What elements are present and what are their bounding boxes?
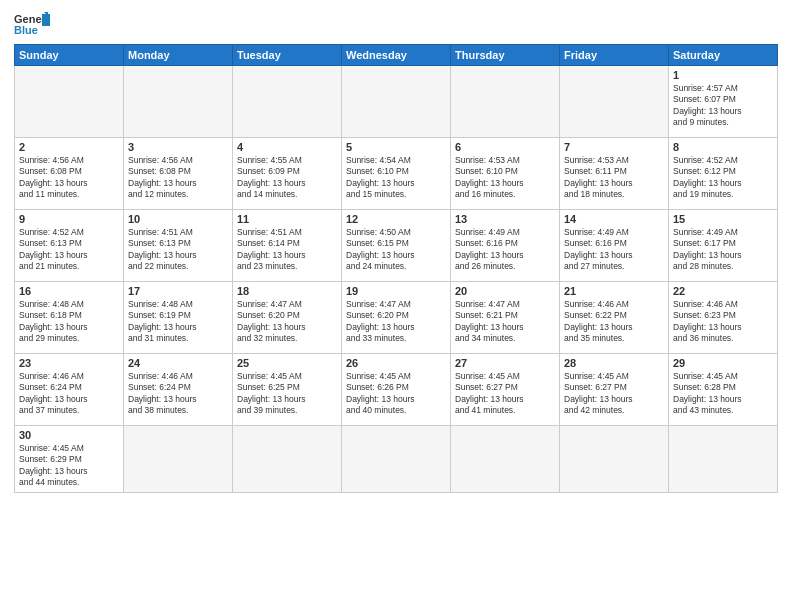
day-info: Sunrise: 4:54 AM Sunset: 6:10 PM Dayligh… bbox=[346, 155, 446, 201]
calendar-cell bbox=[560, 66, 669, 138]
calendar-cell bbox=[342, 426, 451, 493]
logo-icon: General Blue bbox=[14, 10, 50, 38]
calendar-cell bbox=[342, 66, 451, 138]
day-info: Sunrise: 4:49 AM Sunset: 6:16 PM Dayligh… bbox=[455, 227, 555, 273]
calendar-cell: 17Sunrise: 4:48 AM Sunset: 6:19 PM Dayli… bbox=[124, 282, 233, 354]
weekday-header-monday: Monday bbox=[124, 45, 233, 66]
calendar-cell: 7Sunrise: 4:53 AM Sunset: 6:11 PM Daylig… bbox=[560, 138, 669, 210]
weekday-header-saturday: Saturday bbox=[669, 45, 778, 66]
calendar-week-4: 16Sunrise: 4:48 AM Sunset: 6:18 PM Dayli… bbox=[15, 282, 778, 354]
calendar-cell: 23Sunrise: 4:46 AM Sunset: 6:24 PM Dayli… bbox=[15, 354, 124, 426]
day-info: Sunrise: 4:46 AM Sunset: 6:24 PM Dayligh… bbox=[19, 371, 119, 417]
day-info: Sunrise: 4:45 AM Sunset: 6:27 PM Dayligh… bbox=[455, 371, 555, 417]
calendar-cell: 29Sunrise: 4:45 AM Sunset: 6:28 PM Dayli… bbox=[669, 354, 778, 426]
calendar-cell bbox=[560, 426, 669, 493]
day-info: Sunrise: 4:47 AM Sunset: 6:20 PM Dayligh… bbox=[237, 299, 337, 345]
svg-text:Blue: Blue bbox=[14, 24, 38, 36]
calendar-cell: 24Sunrise: 4:46 AM Sunset: 6:24 PM Dayli… bbox=[124, 354, 233, 426]
calendar-cell: 30Sunrise: 4:45 AM Sunset: 6:29 PM Dayli… bbox=[15, 426, 124, 493]
day-info: Sunrise: 4:45 AM Sunset: 6:28 PM Dayligh… bbox=[673, 371, 773, 417]
calendar-cell: 11Sunrise: 4:51 AM Sunset: 6:14 PM Dayli… bbox=[233, 210, 342, 282]
day-number: 24 bbox=[128, 357, 228, 369]
day-number: 14 bbox=[564, 213, 664, 225]
calendar-cell bbox=[15, 66, 124, 138]
day-number: 22 bbox=[673, 285, 773, 297]
day-number: 11 bbox=[237, 213, 337, 225]
day-info: Sunrise: 4:46 AM Sunset: 6:23 PM Dayligh… bbox=[673, 299, 773, 345]
calendar-cell: 21Sunrise: 4:46 AM Sunset: 6:22 PM Dayli… bbox=[560, 282, 669, 354]
calendar-cell: 18Sunrise: 4:47 AM Sunset: 6:20 PM Dayli… bbox=[233, 282, 342, 354]
calendar-cell bbox=[124, 426, 233, 493]
calendar-cell: 14Sunrise: 4:49 AM Sunset: 6:16 PM Dayli… bbox=[560, 210, 669, 282]
day-number: 28 bbox=[564, 357, 664, 369]
calendar-cell: 12Sunrise: 4:50 AM Sunset: 6:15 PM Dayli… bbox=[342, 210, 451, 282]
day-info: Sunrise: 4:52 AM Sunset: 6:13 PM Dayligh… bbox=[19, 227, 119, 273]
day-info: Sunrise: 4:48 AM Sunset: 6:18 PM Dayligh… bbox=[19, 299, 119, 345]
calendar-cell: 5Sunrise: 4:54 AM Sunset: 6:10 PM Daylig… bbox=[342, 138, 451, 210]
weekday-header-tuesday: Tuesday bbox=[233, 45, 342, 66]
logo: General Blue bbox=[14, 10, 54, 38]
day-number: 10 bbox=[128, 213, 228, 225]
calendar-cell: 28Sunrise: 4:45 AM Sunset: 6:27 PM Dayli… bbox=[560, 354, 669, 426]
day-info: Sunrise: 4:50 AM Sunset: 6:15 PM Dayligh… bbox=[346, 227, 446, 273]
day-number: 4 bbox=[237, 141, 337, 153]
calendar-cell: 8Sunrise: 4:52 AM Sunset: 6:12 PM Daylig… bbox=[669, 138, 778, 210]
day-info: Sunrise: 4:56 AM Sunset: 6:08 PM Dayligh… bbox=[128, 155, 228, 201]
day-number: 5 bbox=[346, 141, 446, 153]
day-number: 23 bbox=[19, 357, 119, 369]
calendar-week-5: 23Sunrise: 4:46 AM Sunset: 6:24 PM Dayli… bbox=[15, 354, 778, 426]
calendar-week-3: 9Sunrise: 4:52 AM Sunset: 6:13 PM Daylig… bbox=[15, 210, 778, 282]
day-number: 7 bbox=[564, 141, 664, 153]
weekday-header-friday: Friday bbox=[560, 45, 669, 66]
day-info: Sunrise: 4:55 AM Sunset: 6:09 PM Dayligh… bbox=[237, 155, 337, 201]
day-info: Sunrise: 4:49 AM Sunset: 6:16 PM Dayligh… bbox=[564, 227, 664, 273]
calendar-cell: 16Sunrise: 4:48 AM Sunset: 6:18 PM Dayli… bbox=[15, 282, 124, 354]
day-info: Sunrise: 4:51 AM Sunset: 6:14 PM Dayligh… bbox=[237, 227, 337, 273]
calendar-cell: 19Sunrise: 4:47 AM Sunset: 6:20 PM Dayli… bbox=[342, 282, 451, 354]
calendar-header-row: SundayMondayTuesdayWednesdayThursdayFrid… bbox=[15, 45, 778, 66]
day-number: 18 bbox=[237, 285, 337, 297]
day-number: 20 bbox=[455, 285, 555, 297]
calendar-cell: 27Sunrise: 4:45 AM Sunset: 6:27 PM Dayli… bbox=[451, 354, 560, 426]
calendar-cell: 4Sunrise: 4:55 AM Sunset: 6:09 PM Daylig… bbox=[233, 138, 342, 210]
day-info: Sunrise: 4:46 AM Sunset: 6:24 PM Dayligh… bbox=[128, 371, 228, 417]
day-info: Sunrise: 4:46 AM Sunset: 6:22 PM Dayligh… bbox=[564, 299, 664, 345]
calendar-cell bbox=[451, 426, 560, 493]
calendar-cell bbox=[669, 426, 778, 493]
svg-marker-2 bbox=[42, 14, 50, 26]
weekday-header-thursday: Thursday bbox=[451, 45, 560, 66]
day-info: Sunrise: 4:47 AM Sunset: 6:21 PM Dayligh… bbox=[455, 299, 555, 345]
calendar-week-1: 1Sunrise: 4:57 AM Sunset: 6:07 PM Daylig… bbox=[15, 66, 778, 138]
page-header: General Blue bbox=[14, 10, 778, 38]
day-number: 6 bbox=[455, 141, 555, 153]
day-info: Sunrise: 4:45 AM Sunset: 6:25 PM Dayligh… bbox=[237, 371, 337, 417]
day-info: Sunrise: 4:57 AM Sunset: 6:07 PM Dayligh… bbox=[673, 83, 773, 129]
day-number: 30 bbox=[19, 429, 119, 441]
day-number: 12 bbox=[346, 213, 446, 225]
calendar-week-6: 30Sunrise: 4:45 AM Sunset: 6:29 PM Dayli… bbox=[15, 426, 778, 493]
calendar-cell: 13Sunrise: 4:49 AM Sunset: 6:16 PM Dayli… bbox=[451, 210, 560, 282]
calendar-cell: 25Sunrise: 4:45 AM Sunset: 6:25 PM Dayli… bbox=[233, 354, 342, 426]
day-info: Sunrise: 4:53 AM Sunset: 6:10 PM Dayligh… bbox=[455, 155, 555, 201]
day-number: 9 bbox=[19, 213, 119, 225]
calendar-cell bbox=[451, 66, 560, 138]
calendar-cell bbox=[233, 426, 342, 493]
calendar-cell: 9Sunrise: 4:52 AM Sunset: 6:13 PM Daylig… bbox=[15, 210, 124, 282]
calendar-cell: 2Sunrise: 4:56 AM Sunset: 6:08 PM Daylig… bbox=[15, 138, 124, 210]
calendar-cell: 22Sunrise: 4:46 AM Sunset: 6:23 PM Dayli… bbox=[669, 282, 778, 354]
calendar-cell: 1Sunrise: 4:57 AM Sunset: 6:07 PM Daylig… bbox=[669, 66, 778, 138]
calendar-cell: 3Sunrise: 4:56 AM Sunset: 6:08 PM Daylig… bbox=[124, 138, 233, 210]
day-info: Sunrise: 4:56 AM Sunset: 6:08 PM Dayligh… bbox=[19, 155, 119, 201]
day-number: 13 bbox=[455, 213, 555, 225]
calendar-cell: 26Sunrise: 4:45 AM Sunset: 6:26 PM Dayli… bbox=[342, 354, 451, 426]
day-info: Sunrise: 4:45 AM Sunset: 6:29 PM Dayligh… bbox=[19, 443, 119, 489]
day-number: 29 bbox=[673, 357, 773, 369]
day-number: 19 bbox=[346, 285, 446, 297]
day-number: 21 bbox=[564, 285, 664, 297]
calendar-page: General Blue SundayMondayTuesdayWednesda… bbox=[0, 0, 792, 612]
calendar-cell: 15Sunrise: 4:49 AM Sunset: 6:17 PM Dayli… bbox=[669, 210, 778, 282]
day-number: 26 bbox=[346, 357, 446, 369]
calendar-table: SundayMondayTuesdayWednesdayThursdayFrid… bbox=[14, 44, 778, 493]
day-number: 27 bbox=[455, 357, 555, 369]
calendar-cell bbox=[233, 66, 342, 138]
